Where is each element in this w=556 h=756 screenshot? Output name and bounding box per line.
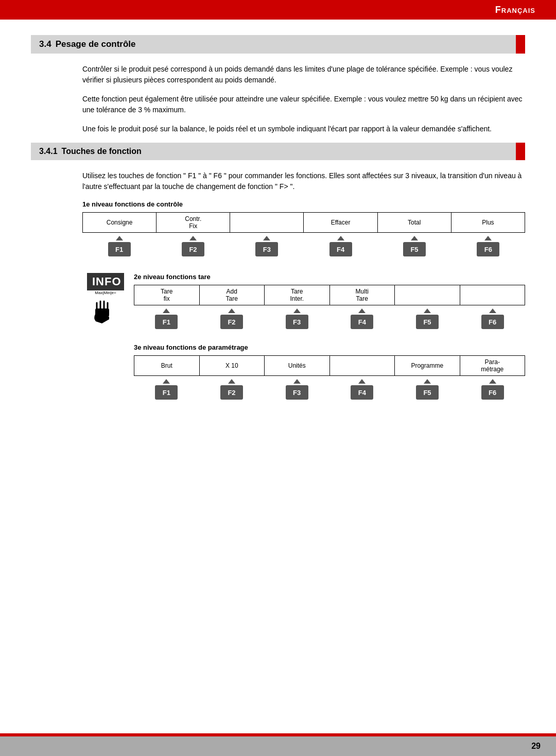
fkey-arrow-f2 (189, 236, 197, 240)
para-3: Une fois le produit posé sur la balance,… (82, 124, 525, 134)
l1-label-5: Total (377, 213, 451, 233)
l3-fkey-cell-f2: F2 (199, 379, 265, 402)
l3-fkey-cell-f4: F4 (329, 379, 395, 402)
l2-label-2: AddTare (199, 285, 265, 305)
top-bar: Français (0, 0, 556, 20)
l3-fkey-btn-f3[interactable]: F3 (286, 385, 308, 400)
levels-2-3-with-info: INFO Max|Min|e= (82, 273, 525, 416)
hand-icon (92, 299, 120, 332)
l2-fkey-arrow-f2 (228, 308, 235, 313)
section-3-4-title: Pesage de contrôle (56, 39, 136, 49)
fkey-arrow-f1 (116, 236, 123, 240)
level1-function-keys: 1e niveau fonctions de contrôle Consigne… (82, 200, 525, 259)
para-1: Contrôler si le produit pesé correspond … (82, 64, 525, 85)
l3-label-1: Brut (134, 356, 200, 376)
level3-subtitle: 3e niveau fonctions de paramétrage (134, 343, 525, 351)
l2-fkey-btn-f6[interactable]: F6 (481, 315, 504, 329)
level1-subtitle: 1e niveau fonctions de contrôle (82, 200, 525, 208)
l2-fkey-arrow-f4 (358, 308, 366, 313)
l3-fkey-arrow-f5 (424, 379, 431, 384)
main-content: 3.4 Pesage de contrôle Contrôler si le p… (0, 20, 556, 482)
section-3-4-number: 3.4 (39, 39, 51, 49)
l2-label-6 (460, 285, 525, 305)
l2-fkey-arrow-f3 (293, 308, 301, 313)
section-3-4-1-header: 3.4.1 Touches de fonction (31, 143, 525, 160)
l3-label-2: X 10 (199, 356, 265, 376)
l3-label-3: Unités (265, 356, 330, 376)
l3-label-6: Para-métrage (460, 356, 525, 376)
level3-label-table: Brut X 10 Unités Programme Para-métrage (134, 355, 525, 376)
level3-fkey-row: F1 F2 F3 F4 (134, 379, 525, 402)
section-3-4-1-number: 3.4.1 (39, 147, 58, 156)
l3-fkey-btn-f2[interactable]: F2 (220, 385, 243, 400)
l3-fkey-cell-f6: F6 (460, 379, 525, 402)
level1-label-table: Consigne Contr.Fix Effacer Total Plus (82, 212, 525, 233)
l3-fkey-arrow-f1 (163, 379, 170, 384)
l1-label-1: Consigne (83, 213, 157, 233)
l3-fkey-cell-f1: F1 (134, 379, 199, 402)
l1-label-2: Contr.Fix (157, 213, 230, 233)
l3-fkey-arrow-f2 (228, 379, 235, 384)
fkey-arrow-f4 (337, 236, 344, 240)
l2-label-5 (395, 285, 460, 305)
fkey-btn-f5[interactable]: F5 (403, 242, 426, 256)
l2-fkey-cell-f5: F5 (395, 308, 460, 331)
l2-fkey-btn-f3[interactable]: F3 (286, 315, 308, 329)
l2-fkey-btn-f1[interactable]: F1 (155, 315, 178, 329)
l3-label-4 (329, 356, 395, 376)
level2-subtitle: 2e niveau fonctions tare (134, 273, 525, 281)
l2-fkey-cell-f2: F2 (199, 308, 265, 331)
section-3-4-header: 3.4 Pesage de contrôle (31, 35, 525, 54)
l2-label-4: MultiTare (329, 285, 395, 305)
section-3-4-1-intro: Utilisez les touches de fonction " F1 " … (82, 170, 525, 192)
l2-fkey-arrow-f6 (489, 308, 496, 313)
l2-fkey-cell-f1: F1 (134, 308, 199, 331)
fkey-cell-f4: F4 (304, 236, 377, 259)
l3-fkey-btn-f5[interactable]: F5 (416, 385, 439, 400)
info-icon-box: INFO Max|Min|e= (82, 273, 129, 332)
subsection-red-block (516, 143, 525, 160)
para-2: Cette fonction peut également être utili… (82, 94, 525, 115)
l3-fkey-cell-f3: F3 (264, 379, 329, 402)
l3-fkey-cell-f5: F5 (395, 379, 460, 402)
fkey-btn-f2[interactable]: F2 (182, 242, 204, 256)
section-red-block (516, 35, 525, 54)
fkey-arrow-f5 (411, 236, 418, 240)
fkey-cell-f5: F5 (377, 236, 451, 259)
info-subtext: Max|Min|e= (87, 290, 124, 296)
level1-fkey-row: F1 F2 F3 F4 F5 (82, 236, 525, 259)
language-label: Français (495, 5, 535, 15)
l2-fkey-arrow-f5 (424, 308, 431, 313)
fk-tables-container: 2e niveau fonctions tare Tarefix AddTare… (134, 273, 525, 416)
fkey-btn-f4[interactable]: F4 (329, 242, 352, 256)
l2-fkey-btn-f5[interactable]: F5 (416, 315, 439, 329)
fkey-btn-f6[interactable]: F6 (477, 242, 499, 256)
l3-fkey-arrow-f6 (489, 379, 496, 384)
l2-fkey-btn-f4[interactable]: F4 (351, 315, 373, 329)
level3-function-keys: 3e niveau fonctions de paramétrage Brut … (134, 343, 525, 402)
l1-label-4: Effacer (304, 213, 377, 233)
level2-label-table: Tarefix AddTare TareInter. MultiTare (134, 285, 525, 305)
l3-fkey-btn-f1[interactable]: F1 (155, 385, 178, 400)
l3-fkey-btn-f4[interactable]: F4 (351, 385, 373, 400)
fkey-cell-f3: F3 (230, 236, 304, 259)
info-box-label: INFO (87, 273, 124, 290)
level2-function-keys: 2e niveau fonctions tare Tarefix AddTare… (134, 273, 525, 331)
bottom-bar: 29 (0, 736, 556, 756)
l2-fkey-arrow-f1 (163, 308, 170, 313)
l2-fkey-cell-f6: F6 (460, 308, 525, 331)
fkey-arrow-f6 (484, 236, 492, 240)
l1-label-3 (230, 213, 304, 233)
l2-fkey-btn-f2[interactable]: F2 (220, 315, 243, 329)
page-number: 29 (531, 742, 541, 751)
l1-label-6: Plus (451, 213, 525, 233)
l2-fkey-cell-f4: F4 (329, 308, 395, 331)
fkey-btn-f1[interactable]: F1 (108, 242, 131, 256)
level2-fkey-row: F1 F2 F3 F4 (134, 308, 525, 331)
fkey-btn-f3[interactable]: F3 (255, 242, 278, 256)
l2-label-3: TareInter. (265, 285, 330, 305)
fkey-cell-f2: F2 (156, 236, 230, 259)
fkey-arrow-f3 (263, 236, 270, 240)
l3-fkey-arrow-f3 (293, 379, 301, 384)
l3-fkey-btn-f6[interactable]: F6 (481, 385, 504, 400)
